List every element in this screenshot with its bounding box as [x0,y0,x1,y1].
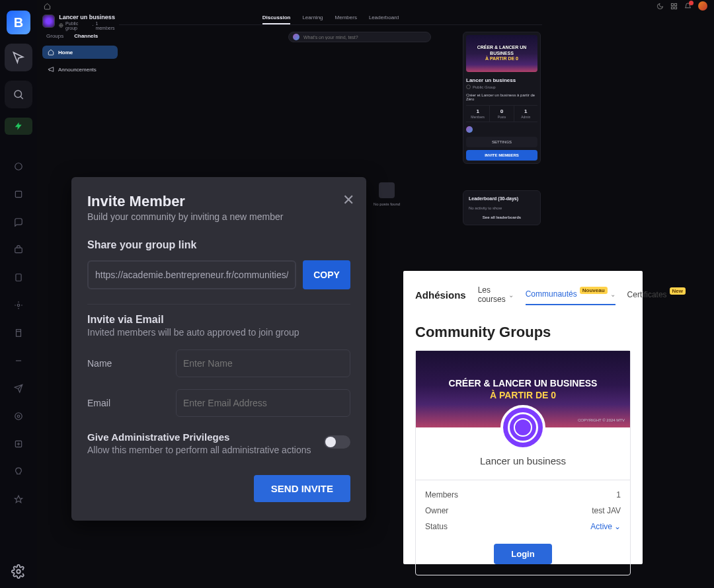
invite-members-button[interactable]: INVITE MEMBERS [466,150,537,161]
sidebar: Groups Channels Home Announcements [42,30,118,76]
row-value: test JAV [592,506,621,515]
tab-leaderboard[interactable]: Leaderboard [369,15,399,24]
notifications-icon[interactable] [684,3,692,10]
community-group-card[interactable]: CRÉER & LANCER UN BUSINESS À PARTIR DE 0… [415,350,631,575]
app-logo[interactable]: B [7,11,30,34]
member-avatar[interactable] [466,126,473,133]
group-visibility: Public group [65,21,90,30]
card-subtitle: Public Group [473,85,496,89]
nav-icon-6[interactable] [5,296,32,314]
cursor-tool-icon[interactable] [5,44,32,71]
email-input[interactable] [176,389,350,417]
settings-icon[interactable] [0,564,37,579]
invite-email-heading: Invite via Email [87,314,350,326]
stat-posts-l: Posts [498,115,506,119]
panel-heading: Community Groups [415,324,631,341]
copy-button[interactable]: COPY [303,260,350,289]
svg-rect-4 [16,274,21,281]
sidebar-item-announcements[interactable]: Announcements [42,63,118,76]
banner-line2: À PARTIR DE 0 [485,56,518,61]
card-stats: 1Members 0Posts 1Admin [466,105,537,122]
grid-icon[interactable] [670,3,678,10]
banner-line1: CRÉER & LANCER UN BUSINESS [466,45,537,56]
panel-tabs: Adhésions Les courses ⌄ Communautés Nouv… [415,285,631,309]
group-banner: CRÉER & LANCER UN BUSINESS À PARTIR DE 0 [466,35,537,72]
card-description: Créer et Lancer un business à partir de … [466,93,537,101]
nav-icon-10[interactable] [5,407,32,425]
share-link-heading: Share your group link [87,239,350,251]
group-card-title: Lancer un business [416,455,630,473]
leaderboard-title: Leaderboard (30-days) [469,196,535,201]
close-icon[interactable]: ✕ [342,192,354,209]
nav-icon-12[interactable] [5,462,32,481]
leaderboard-card: Leaderboard (30-days) No activity to sho… [463,190,541,225]
svg-rect-3 [15,248,22,253]
svg-point-20 [467,85,471,89]
stat-admin-l: Admin [521,115,530,119]
sidebar-item-label: Announcements [58,67,97,73]
svg-point-1 [15,163,22,170]
nav-icon-7[interactable] [5,324,32,342]
tab-learning[interactable]: Learning [302,15,323,24]
name-input[interactable] [176,349,350,377]
svg-rect-18 [674,7,676,9]
group-logo-icon [42,15,55,28]
panel-title: Adhésions [415,289,466,306]
svg-point-10 [17,415,20,418]
admin-priv-heading: Give Administrative Privileges [87,431,324,443]
group-members-count: 1 members [95,21,118,30]
composer-input[interactable] [303,35,426,40]
admin-priv-toggle[interactable] [324,435,350,449]
bolt-icon[interactable] [5,118,32,135]
invite-member-modal: Invite Member Build your community by in… [71,177,366,521]
nav-icon-3[interactable] [5,213,32,231]
leaderboard-link[interactable]: See all leaderboards [469,215,535,219]
invite-email-hint: Invited members will be auto approved to… [87,327,350,338]
new-badge: New [670,287,686,295]
theme-toggle-icon[interactable] [656,3,664,10]
sidebar-item-home[interactable]: Home [42,46,118,59]
globe-icon [466,85,471,89]
nav-icon-9[interactable] [5,379,32,398]
sidebar-item-label: Home [58,50,73,55]
memberships-panel: Adhésions Les courses ⌄ Communautés Nouv… [403,271,643,564]
send-invite-button[interactable]: SEND INVITE [254,475,350,502]
group-link-input[interactable] [87,260,296,289]
nav-icon-11[interactable] [5,435,32,453]
login-button[interactable]: Login [494,544,551,564]
tab-members[interactable]: Members [335,15,357,24]
post-composer[interactable] [288,32,431,42]
panel-tab-certificates[interactable]: Certificates New [627,290,686,305]
tab-discussion[interactable]: Discussion [262,15,291,24]
home-icon[interactable] [44,3,51,10]
nav-icon-5[interactable] [5,268,32,287]
row-key: Status [425,522,448,531]
sidebar-tab-groups[interactable]: Groups [46,33,63,39]
chevron-down-icon: ⌄ [614,522,621,531]
home-icon [48,49,54,55]
panel-tab-courses[interactable]: Les courses ⌄ [478,285,514,309]
nav-icon-4[interactable] [5,240,32,259]
search-button[interactable] [5,81,32,108]
group-header: Lancer un business Public group · 1 memb… [42,15,118,30]
stat-members-l: Members [471,115,485,119]
card-title: Lancer un business [466,77,537,83]
svg-point-0 [15,91,22,98]
svg-rect-15 [671,3,673,5]
banner-line2: À PARTIR DE 0 [490,389,556,401]
panel-tab-communities[interactable]: Communautés Nouveau ⌄ [526,289,615,305]
row-key: Owner [425,506,448,515]
group-card-logo-icon [500,405,545,450]
banner-line1: CRÉER & LANCER UN BUSINESS [449,377,598,389]
nav-icon-1[interactable] [5,157,32,176]
row-value: 1 [616,490,621,499]
leaderboard-note: No activity to show [469,206,535,210]
status-dropdown[interactable]: Active⌄ [590,522,621,531]
settings-button[interactable]: SETTINGS [466,137,537,147]
nav-star-icon[interactable] [5,490,32,509]
admin-priv-hint: Allow this member to perform all adminis… [87,444,324,457]
nav-icon-8[interactable] [5,351,32,370]
nav-icon-2[interactable] [5,185,32,203]
sidebar-tab-channels[interactable]: Channels [74,33,98,39]
user-avatar[interactable] [698,1,707,11]
